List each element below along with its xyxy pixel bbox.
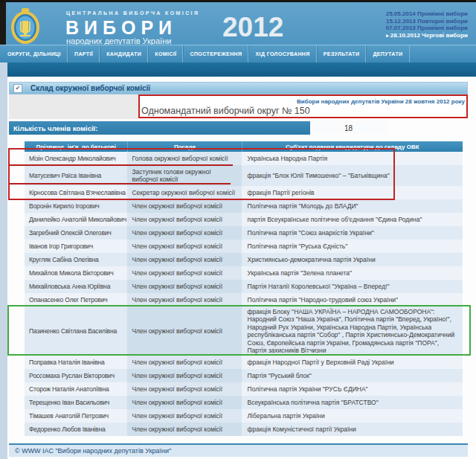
election-dates: 25.05.2014 Проміжні вибори 15.12.2013 По… (386, 10, 468, 39)
election-link[interactable]: 15.12.2013 Повторні вибори (386, 18, 468, 25)
election-link[interactable]: 25.05.2014 Проміжні вибори (386, 10, 468, 18)
nominating-subject-cell: Партія "Руський блок" (242, 369, 463, 382)
member-name-cell: Іванов Ігор Григорович (25, 240, 127, 253)
table-row: Кругляк Сабіна Олегівна Член окружної ви… (25, 253, 463, 266)
nav-item[interactable]: ОКРУГИ, ДІЛЬНИЦІ (1, 45, 68, 62)
table-row: Россомаха Руслан Вікторович Член окружно… (25, 369, 463, 382)
table-row: Данилейко Анатолій Миколайович Член окру… (25, 213, 463, 226)
nominating-subject-cell: Політична партія "Союз анархістів Україн… (242, 226, 463, 240)
nav-item[interactable]: ПАРТІЇ (68, 45, 100, 62)
member-position-cell: Член окружної виборчої комісії (127, 226, 241, 240)
nominating-subject-cell: Партія Наталії Королевської "Україна – В… (242, 280, 463, 293)
nominating-subject-cell: фракція "Блок Юлії Тимошенко" – "Батьків… (242, 165, 463, 186)
table-row: Кірносова Світлана В'ячеславівна Секрета… (25, 186, 463, 199)
member-position-cell: Голова окружної виборчої комісії (127, 152, 241, 165)
title-band-gray (9, 94, 138, 119)
election-year: 2012 (222, 12, 283, 43)
members-count-label: Кількість членів комісії: (13, 124, 97, 132)
district-title: Одномандатний виборчий округ № 150 (141, 106, 310, 116)
left-black-edge (0, 2, 6, 47)
member-name-cell: Кругляк Сабіна Олегівна (25, 253, 127, 266)
nominating-subject-cell: фракція Блоку "НАША УКРАЇНА – НАРОДНА СА… (242, 306, 463, 356)
nominating-subject-cell: Українська Народна Партія (242, 152, 463, 165)
nav-item[interactable]: ДЕПУТАТИ (366, 45, 409, 62)
table-row: Мізін Олександр Миколайович Голова окруж… (25, 152, 463, 165)
nominating-subject-cell: фракція Народної Партії у Верховній Раді… (242, 356, 463, 369)
member-position-cell: Член окружної виборчої комісії (127, 306, 241, 356)
nominating-subject-cell: Політична партія "Народно-трудовий союз … (242, 293, 463, 306)
member-position-cell: Член окружної виборчої комісії (127, 266, 241, 280)
table-row: Тімашев Анатолій Петрович Член окружної … (25, 409, 463, 423)
site-header: ЦЕНТРАЛЬНА ВИБОРЧА КОМІСІЯ ВИБОРИ народн… (0, 2, 476, 45)
nav-item[interactable]: КАНДИДАТИ (100, 45, 148, 62)
member-name-cell: Федоренко Любов Іванівна (25, 423, 127, 436)
member-position-cell: Член окружної виборчої комісії (127, 293, 241, 306)
member-name-cell: Сторож Наталія Анатоліївна (25, 382, 127, 396)
member-name-cell: Россомаха Руслан Вікторович (25, 369, 127, 382)
copyright-text: © WWW ІАС "Вибори народних депутатів Укр… (15, 447, 171, 455)
member-name-cell: Воронін Кирило Ігорович (25, 199, 127, 213)
member-name-cell: Кірносова Світлана В'ячеславівна (25, 186, 127, 199)
page-footer: © WWW ІАС "Вибори народних депутатів Укр… (9, 443, 468, 457)
member-position-cell: Заступник голови окружної виборчої коміс… (127, 165, 241, 186)
member-position-cell: Член окружної виборчої комісії (127, 369, 241, 382)
member-position-cell: Член окружної виборчої комісії (127, 409, 241, 423)
nominating-subject-cell: Всеукраїнська політична партія "БРАТСТВО… (242, 396, 463, 409)
member-position-cell: Член окружної виборчої комісії (127, 240, 241, 253)
column-header-subject: Суб'єкт подання кандидатури до складу ОВ… (242, 141, 463, 152)
page: ЦЕНТРАЛЬНА ВИБОРЧА КОМІСІЯ ВИБОРИ народн… (0, 0, 476, 459)
nominating-subject-cell: фракція Комуністичної партії України (242, 423, 463, 436)
table-row: Загребний Олексій Олегович Член окружної… (25, 226, 463, 240)
main-nav: ОКРУГИ, ДІЛЬНИЦІ ПАРТІЇ КАНДИДАТИ КОМІСІ… (0, 45, 476, 62)
nominating-subject-cell: Ліберальна партія України (242, 409, 463, 423)
nominating-subject-cell: Політична партія "Руська Єдність" (242, 240, 463, 253)
member-position-cell: Секретар окружної виборчої комісії (127, 186, 241, 199)
nominating-subject-cell: Християнсько-демократична партія України (242, 253, 463, 266)
nav-item[interactable]: ХІД ГОЛОСУВАННЯ (248, 45, 316, 62)
org-name: ЦЕНТРАЛЬНА ВИБОРЧА КОМІСІЯ (66, 10, 199, 16)
member-name-cell: Опанасенко Олег Петрович (25, 293, 127, 306)
left-margin-strip (0, 62, 7, 459)
table-row: Терещенко Іван Васильович Член окружної … (25, 396, 463, 409)
nominating-subject-cell: Українська партія "Зелена планета" (242, 266, 463, 280)
member-position-cell: Член окружної виборчої комісії (127, 199, 241, 213)
members-count-bar: Кількість членів комісії: (9, 121, 310, 135)
member-position-cell: Член окружної виборчої комісії (127, 280, 241, 293)
member-position-cell: Член окружної виборчої комісії (127, 382, 241, 396)
nominating-subject-cell: фракція Партії регіонів (242, 186, 463, 199)
nav-item[interactable]: РЕЗУЛЬТАТИ (317, 45, 367, 62)
table-row: Поправка Наталія Іванівна Член окружної … (25, 356, 463, 369)
member-position-cell: Член окружної виборчої комісії (127, 396, 241, 409)
table-row: Михайловська Анна Юріївна Член окружної … (25, 280, 463, 293)
table-row: Матусевич Раїса Іванівна Заступник голов… (25, 165, 463, 186)
nav-item[interactable]: СПОСТЕРЕЖЕННЯ (183, 45, 248, 62)
member-position-cell: Член окружної виборчої комісії (127, 213, 241, 226)
member-name-cell: Мізін Олександр Миколайович (25, 152, 127, 165)
election-context-line: Вибори народних депутатів України 28 жов… (297, 98, 465, 105)
section-header-bar: ✔ Склад окружної виборчої комісії (9, 82, 468, 94)
election-link[interactable]: ▸ 28.10.2012 Чергові вибори (386, 32, 468, 39)
checkbox-icon[interactable]: ✔ (13, 84, 22, 93)
nominating-subject-cell: Політична партія України "РУСЬ ЄДИНА" (242, 382, 463, 396)
dark-blue-band (7, 62, 476, 77)
table-row: Опанасенко Олег Петрович Член окружної в… (25, 293, 463, 306)
table-row: Воронін Кирило Ігорович Член окружної ви… (25, 199, 463, 213)
site-title: ВИБОРИ (65, 17, 177, 39)
table-row: Сторож Наталія Анатоліївна Член окружної… (25, 382, 463, 396)
member-name-cell: Поправка Наталія Іванівна (25, 356, 127, 369)
nav-item[interactable]: КОМІСІЇ (148, 45, 183, 62)
table-row: Іванов Ігор Григорович Член окружної виб… (25, 240, 463, 253)
member-name-cell: Терещенко Іван Васильович (25, 396, 127, 409)
member-position-cell: Член окружної виборчої комісії (127, 423, 241, 436)
member-name-cell: Михайлов Микола Вікторович (25, 266, 127, 280)
member-name-cell: Загребний Олексій Олегович (25, 226, 127, 240)
table-row: Федоренко Любов Іванівна Член окружної в… (25, 423, 463, 436)
table-body: Мізін Олександр Миколайович Голова окруж… (25, 152, 463, 436)
member-position-cell: Член окружної виборчої комісії (127, 253, 241, 266)
table-header-row: Прізвище, ім'я, по батькові Посада Суб'є… (25, 141, 463, 152)
election-link[interactable]: 07.07.2013 Проміжні вибори (386, 25, 468, 32)
column-header-name: Прізвище, ім'я, по батькові (25, 141, 127, 152)
column-header-position: Посада (127, 141, 241, 152)
cvk-emblem-icon (9, 7, 42, 45)
section-title: Склад окружної виборчої комісії (30, 84, 150, 92)
